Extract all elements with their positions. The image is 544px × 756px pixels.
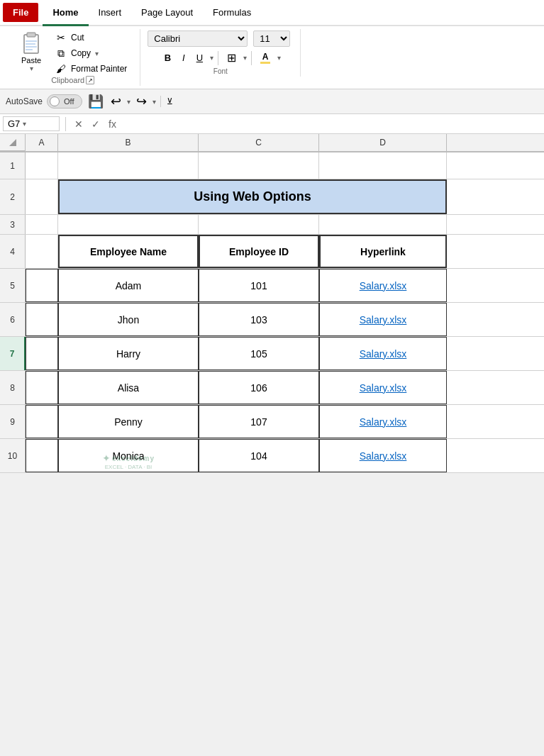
- row8-link[interactable]: Salary.xlsx: [360, 382, 407, 394]
- row5-link[interactable]: Salary.xlsx: [360, 280, 407, 291]
- header-link[interactable]: Hyperlink: [319, 235, 447, 268]
- cell-a1[interactable]: [26, 152, 58, 179]
- col-header-d[interactable]: D: [319, 134, 447, 151]
- italic-button[interactable]: I: [178, 51, 189, 65]
- formula-divider: [65, 117, 66, 131]
- bold-button[interactable]: B: [160, 51, 175, 65]
- cell-a3[interactable]: [26, 215, 58, 234]
- table-row: 4 Employee Name Employee ID Hyperlink: [0, 235, 544, 269]
- row-num-6: 6: [0, 303, 26, 336]
- cell-ref-dropdown[interactable]: ▾: [23, 120, 26, 128]
- cell-d7[interactable]: Salary.xlsx: [319, 337, 447, 370]
- cell-b5[interactable]: Adam: [58, 269, 199, 302]
- cell-b8[interactable]: Alisa: [58, 371, 199, 404]
- copy-button[interactable]: ⧉ Copy ▾: [51, 46, 131, 60]
- header-id[interactable]: Employee ID: [199, 235, 319, 268]
- confirm-formula-button[interactable]: ✓: [89, 118, 103, 130]
- cell-a2[interactable]: [26, 179, 58, 214]
- cell-c1[interactable]: [199, 152, 319, 179]
- paste-button[interactable]: Paste ▾: [14, 30, 48, 75]
- cell-b9[interactable]: Penny: [58, 405, 199, 438]
- cell-c6[interactable]: 103: [199, 303, 319, 336]
- copy-dropdown[interactable]: ▾: [95, 50, 99, 57]
- cell-d8[interactable]: Salary.xlsx: [319, 371, 447, 404]
- header-name[interactable]: Employee Name: [58, 235, 199, 268]
- undo-dropdown[interactable]: ▾: [127, 98, 131, 106]
- cell-b10[interactable]: Monica ✦ exceldemy EXCEL · DATA · BI: [58, 439, 199, 472]
- cell-d5[interactable]: Salary.xlsx: [319, 269, 447, 302]
- cell-a8[interactable]: [26, 371, 58, 404]
- toggle-circle: [50, 96, 60, 106]
- redo-button[interactable]: ↪: [135, 92, 148, 111]
- clipboard-label: Clipboard: [51, 76, 84, 84]
- cell-d3[interactable]: [319, 215, 447, 234]
- row9-link[interactable]: Salary.xlsx: [360, 416, 407, 428]
- spreadsheet-title: Using Web Options: [194, 189, 311, 204]
- formula-input[interactable]: [122, 117, 541, 130]
- row6-link[interactable]: Salary.xlsx: [360, 314, 407, 326]
- separator2: [251, 51, 252, 65]
- clipboard-expand-icon[interactable]: ↗: [86, 76, 94, 84]
- cell-a6[interactable]: [26, 303, 58, 336]
- font-row1: Calibri Arial Times New Roman 8 9 10 11 …: [148, 30, 293, 47]
- formulas-tab[interactable]: Formulas: [203, 0, 261, 25]
- row6-id: 103: [250, 314, 267, 326]
- row7-link[interactable]: Salary.xlsx: [360, 348, 407, 360]
- file-tab[interactable]: File: [3, 3, 38, 22]
- cell-b7[interactable]: Harry: [58, 337, 199, 370]
- format-painter-button[interactable]: 🖌 Format Painter: [51, 62, 131, 76]
- cell-d1[interactable]: [319, 152, 447, 179]
- row5-name: Adam: [116, 280, 142, 291]
- redo-dropdown[interactable]: ▾: [152, 98, 156, 106]
- font-group: Calibri Arial Times New Roman 8 9 10 11 …: [140, 29, 301, 77]
- cell-b3[interactable]: [58, 215, 199, 234]
- cell-a9[interactable]: [26, 405, 58, 438]
- save-button[interactable]: 💾: [87, 92, 105, 111]
- font-size-select[interactable]: 8 9 10 11 12 14: [253, 30, 290, 47]
- page-layout-tab[interactable]: Page Layout: [131, 0, 203, 25]
- row7-id: 105: [250, 348, 267, 360]
- insert-tab[interactable]: Insert: [89, 0, 132, 25]
- col-header-b[interactable]: B: [58, 134, 199, 151]
- cell-d9[interactable]: Salary.xlsx: [319, 405, 447, 438]
- clipboard-group: Paste ▾ ✂ Cut ⧉ Copy ▾ 🖌: [6, 29, 140, 86]
- col-header-a[interactable]: A: [26, 134, 58, 151]
- row10-id: 104: [250, 450, 267, 462]
- cell-c7[interactable]: 105: [199, 337, 319, 370]
- cell-c8[interactable]: 106: [199, 371, 319, 404]
- cell-d6[interactable]: Salary.xlsx: [319, 303, 447, 336]
- row10-link[interactable]: Salary.xlsx: [360, 450, 407, 462]
- cell-c3[interactable]: [199, 215, 319, 234]
- cell-a5[interactable]: [26, 269, 58, 302]
- home-tab[interactable]: Home: [43, 0, 88, 25]
- row5-id: 101: [250, 280, 267, 291]
- undo-button[interactable]: ↩: [109, 92, 123, 111]
- autosave-toggle[interactable]: Off: [47, 94, 82, 109]
- font-family-select[interactable]: Calibri Arial Times New Roman: [148, 30, 248, 47]
- cell-b6[interactable]: Jhon: [58, 303, 199, 336]
- paste-dropdown[interactable]: ▾: [30, 65, 33, 72]
- cell-d10[interactable]: Salary.xlsx: [319, 439, 447, 472]
- cut-button[interactable]: ✂ Cut: [51, 30, 131, 45]
- cell-c9[interactable]: 107: [199, 405, 319, 438]
- row-num-7: 7: [0, 337, 26, 370]
- underline-dropdown[interactable]: ▾: [210, 54, 213, 62]
- cell-a7[interactable]: [26, 337, 58, 370]
- cell-a10[interactable]: [26, 439, 58, 472]
- fill-color-dropdown[interactable]: ▾: [277, 54, 281, 62]
- col-header-c[interactable]: C: [199, 134, 319, 151]
- fill-color-button[interactable]: A: [256, 50, 274, 65]
- border-dropdown[interactable]: ▾: [243, 54, 247, 62]
- cell-c10[interactable]: 104: [199, 439, 319, 472]
- title-cell[interactable]: Using Web Options: [58, 179, 447, 214]
- cell-c5[interactable]: 101: [199, 269, 319, 302]
- qat-more-button[interactable]: ⊻: [165, 95, 174, 108]
- row8-id: 106: [250, 382, 267, 394]
- border-button[interactable]: ⊞: [223, 50, 240, 66]
- cell-b1[interactable]: [58, 152, 199, 179]
- cancel-formula-button[interactable]: ✕: [72, 118, 86, 130]
- table-row: 7 Harry 105 Salary.xlsx: [0, 337, 544, 371]
- underline-button[interactable]: U: [192, 51, 207, 65]
- cell-a4[interactable]: [26, 235, 58, 268]
- cell-reference-box[interactable]: G7 ▾: [3, 116, 60, 131]
